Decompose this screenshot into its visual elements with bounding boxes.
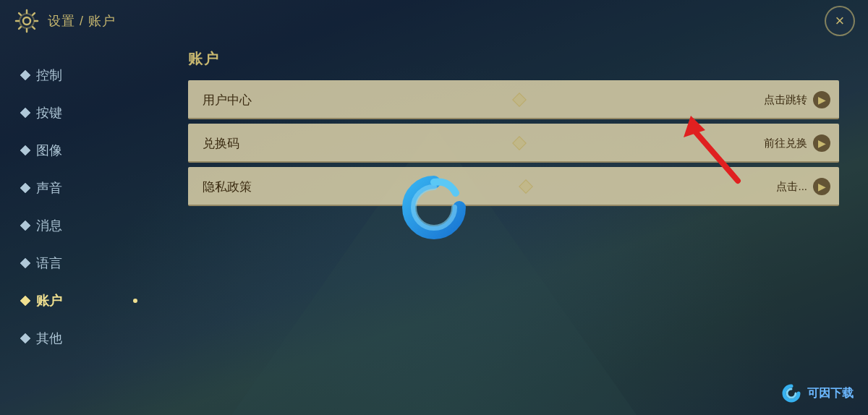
svg-point-1 xyxy=(20,14,34,28)
diamond-icon xyxy=(20,258,30,268)
diamond-icon xyxy=(20,183,30,193)
sidebar-item-message[interactable]: 消息 xyxy=(0,207,159,244)
sidebar-item-label: 消息 xyxy=(36,217,62,234)
action-label: 点击... xyxy=(776,180,807,194)
row-label-privacy: 隐私政策 xyxy=(188,179,275,195)
sidebar-item-language[interactable]: 语言 xyxy=(0,244,159,282)
sidebar-item-label: 控制 xyxy=(36,67,62,84)
active-dot xyxy=(133,299,137,303)
sidebar-item-sound[interactable]: 声音 xyxy=(0,169,159,207)
action-label: 点击跳转 xyxy=(764,93,807,107)
diamond-icon xyxy=(20,70,30,80)
diamond-icon xyxy=(20,145,30,155)
breadcrumb: 设置 / 账户 xyxy=(48,12,116,30)
svg-point-0 xyxy=(23,17,30,25)
red-arrow xyxy=(680,112,767,194)
sidebar-item-label: 账户 xyxy=(36,292,62,309)
sidebar-item-image[interactable]: 图像 xyxy=(0,132,159,169)
close-button[interactable]: × xyxy=(825,6,855,36)
watermark-text: 可因下载 xyxy=(807,386,854,401)
watermark-logo xyxy=(781,383,801,403)
sidebar-item-label: 声音 xyxy=(36,179,62,197)
row-arrow-icon: ▶ xyxy=(813,91,830,108)
sidebar-item-label: 语言 xyxy=(36,254,62,272)
content-area: 账户 用户中心 点击跳转 ▶ 兑换码 前往兑换 xyxy=(159,49,868,364)
sidebar-item-label: 按键 xyxy=(36,104,62,121)
row-action-privacy: 点击... ▶ xyxy=(776,178,839,195)
diamond-icon-active xyxy=(20,296,30,306)
row-diamond xyxy=(512,136,527,150)
row-diamond xyxy=(519,179,533,194)
row-action-user: 点击跳转 ▶ xyxy=(764,91,839,108)
sidebar-item-other[interactable]: 其他 xyxy=(0,320,159,357)
svg-line-3 xyxy=(691,127,738,181)
sidebar: 控制 按键 图像 声音 消息 语言 xyxy=(0,49,159,364)
sidebar-item-account[interactable]: 账户 xyxy=(0,282,159,320)
row-label-redeem: 兑换码 xyxy=(188,135,275,152)
top-bar: 设置 / 账户 xyxy=(0,0,868,42)
diamond-icon xyxy=(20,221,30,231)
section-title: 账户 xyxy=(188,49,839,69)
row-action-redeem: 前往兑换 ▶ xyxy=(764,134,839,152)
row-arrow-icon: ▶ xyxy=(813,134,830,152)
diamond-icon xyxy=(20,333,30,343)
sidebar-item-control[interactable]: 控制 xyxy=(0,56,159,94)
row-diamond xyxy=(512,93,527,107)
diamond-icon xyxy=(20,108,30,118)
watermark: 可因下载 xyxy=(781,383,854,403)
edge-logo xyxy=(398,171,470,244)
row-arrow-icon: ▶ xyxy=(813,178,830,195)
gear-icon xyxy=(14,9,39,33)
action-label: 前往兑换 xyxy=(764,137,807,150)
sidebar-item-keys[interactable]: 按键 xyxy=(0,94,159,132)
sidebar-item-label: 图像 xyxy=(36,142,62,159)
sidebar-item-label: 其他 xyxy=(36,330,62,347)
row-label-user: 用户中心 xyxy=(188,92,275,108)
